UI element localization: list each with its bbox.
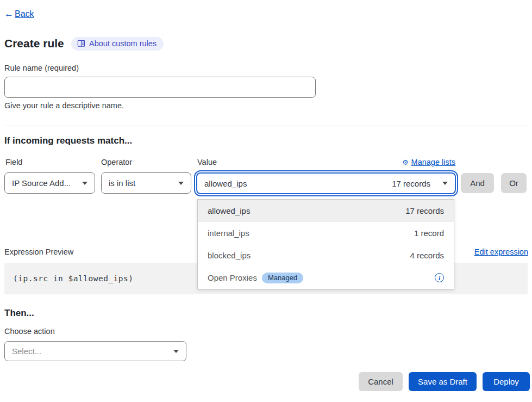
chevron-down-icon — [173, 350, 179, 353]
list-name: internal_ips — [208, 228, 414, 238]
value-label: Value — [197, 158, 217, 166]
rule-name-helper-text: Give your rule a descriptive name. — [4, 101, 124, 110]
back-arrow-icon: ← — [4, 9, 14, 20]
field-select[interactable]: IP Source Add... — [4, 172, 95, 194]
info-icon[interactable]: i — [435, 273, 444, 282]
value-select-count: 17 records — [392, 179, 430, 188]
back-link-label: Back — [15, 9, 34, 19]
book-icon — [77, 40, 85, 47]
about-custom-rules-link[interactable]: About custom rules — [71, 37, 164, 51]
expression-code: (ip.src in $allowed_ips) — [13, 274, 134, 283]
then-section-heading: Then... — [4, 308, 34, 319]
operator-select[interactable]: is in list — [101, 172, 191, 194]
list-name: allowed_ips — [208, 206, 405, 215]
dropdown-option-blocked-ips[interactable]: blocked_ips 4 records — [198, 244, 454, 267]
operator-label: Operator — [101, 158, 132, 166]
list-name: Open Proxies — [208, 273, 257, 282]
back-link[interactable]: ← Back — [4, 9, 34, 20]
chevron-down-icon — [82, 182, 87, 185]
deploy-button[interactable]: Deploy — [483, 372, 530, 391]
cancel-button[interactable]: Cancel — [359, 372, 403, 391]
expression-preview-label: Expression Preview — [4, 248, 73, 256]
manage-lists-link[interactable]: ⚙ Manage lists — [402, 158, 455, 166]
choose-action-placeholder: Select... — [12, 347, 41, 356]
choose-action-select[interactable]: Select... — [4, 341, 186, 361]
or-button[interactable]: Or — [501, 173, 527, 193]
field-label: Field — [5, 158, 22, 166]
page-title: Create rule — [4, 37, 64, 50]
edit-expression-link[interactable]: Edit expression — [474, 248, 528, 256]
save-as-draft-button[interactable]: Save as Draft — [409, 372, 477, 391]
list-record-count: 1 record — [414, 228, 444, 238]
choose-action-label: Choose action — [4, 327, 55, 336]
match-section-heading: If incoming requests match... — [4, 135, 132, 146]
gear-icon: ⚙ — [402, 158, 409, 166]
field-select-value: IP Source Add... — [12, 178, 71, 188]
list-record-count: 17 records — [405, 206, 444, 215]
rule-name-label: Rule name (required) — [4, 64, 79, 72]
dropdown-option-internal-ips[interactable]: internal_ips 1 record — [198, 222, 454, 244]
chevron-down-icon — [442, 182, 448, 185]
list-name: blocked_ips — [208, 251, 410, 260]
dropdown-option-open-proxies[interactable]: Open Proxies Managed i — [198, 267, 454, 289]
rule-name-input[interactable] — [4, 77, 316, 98]
and-button[interactable]: And — [461, 173, 494, 193]
section-divider — [4, 126, 528, 126]
dropdown-option-allowed-ips[interactable]: allowed_ips 17 records — [198, 200, 454, 222]
about-badge-label: About custom rules — [89, 39, 157, 48]
value-select-selected: allowed_ips — [204, 179, 392, 188]
list-record-count: 4 records — [410, 251, 444, 260]
value-dropdown-panel: allowed_ips 17 records internal_ips 1 re… — [197, 199, 454, 289]
managed-badge: Managed — [262, 273, 303, 283]
operator-select-value: is in list — [109, 178, 135, 188]
manage-lists-label: Manage lists — [411, 158, 455, 166]
chevron-down-icon — [178, 182, 184, 185]
value-select[interactable]: allowed_ips 17 records — [196, 172, 456, 194]
